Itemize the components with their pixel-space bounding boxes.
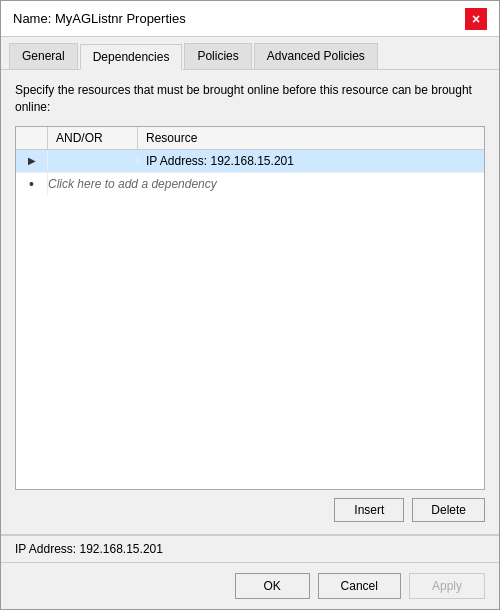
table-header: AND/OR Resource	[16, 127, 484, 150]
header-andor: AND/OR	[48, 127, 138, 149]
table-row[interactable]: ▶ IP Address: 192.168.15.201	[16, 150, 484, 173]
tab-advanced-policies[interactable]: Advanced Policies	[254, 43, 378, 69]
description-text: Specify the resources that must be broug…	[15, 82, 485, 116]
add-row-icon: •	[16, 173, 48, 195]
dependencies-table: AND/OR Resource ▶ IP Address: 192.168.15…	[15, 126, 485, 490]
tab-general[interactable]: General	[9, 43, 78, 69]
status-text: IP Address: 192.168.15.201	[15, 542, 163, 556]
row-andor	[48, 157, 138, 165]
apply-button: Apply	[409, 573, 485, 599]
close-button[interactable]: ×	[465, 8, 487, 30]
tab-bar: General Dependencies Policies Advanced P…	[1, 37, 499, 70]
cancel-button[interactable]: Cancel	[318, 573, 401, 599]
ok-button[interactable]: OK	[235, 573, 310, 599]
delete-button[interactable]: Delete	[412, 498, 485, 522]
tab-policies[interactable]: Policies	[184, 43, 251, 69]
title-bar: Name: MyAGListnr Properties ×	[1, 1, 499, 37]
tab-dependencies[interactable]: Dependencies	[80, 44, 183, 70]
row-arrow-icon: ▶	[16, 151, 48, 170]
add-dependency-row[interactable]: • Click here to add a dependency	[16, 173, 484, 195]
header-resource: Resource	[138, 127, 484, 149]
bottom-buttons: OK Cancel Apply	[1, 562, 499, 609]
dialog-title: Name: MyAGListnr Properties	[13, 11, 186, 26]
table-body: ▶ IP Address: 192.168.15.201 • Click her…	[16, 150, 484, 489]
status-bar: IP Address: 192.168.15.201	[1, 535, 499, 562]
dialog-body: Specify the resources that must be broug…	[1, 70, 499, 534]
table-actions: Insert Delete	[15, 498, 485, 522]
add-row-text[interactable]: Click here to add a dependency	[48, 173, 484, 195]
header-icon-col	[16, 127, 48, 149]
properties-dialog: Name: MyAGListnr Properties × General De…	[0, 0, 500, 610]
row-resource: IP Address: 192.168.15.201	[138, 150, 484, 172]
insert-button[interactable]: Insert	[334, 498, 404, 522]
